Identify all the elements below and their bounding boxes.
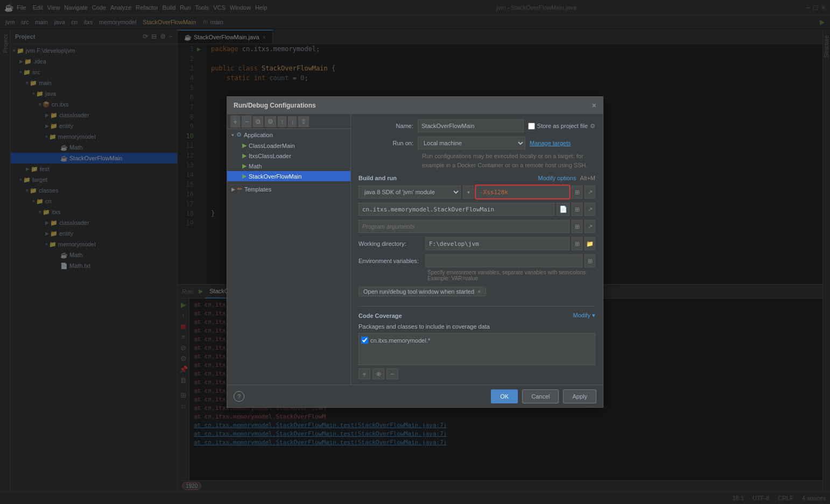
config-label: StackOverFlowMain [249, 173, 301, 180]
run-on-label: Run on: [358, 140, 418, 146]
config-item-itxsclassloader[interactable]: ▶ ItxsClassLoader [227, 151, 350, 161]
dialog-toolbar: + − ⧉ ⚙ ↑ ↓ ⇪ [227, 114, 350, 129]
config-copy-button[interactable]: ⧉ [253, 116, 263, 127]
config-down-button[interactable]: ↓ [288, 116, 297, 127]
env-var-input[interactable] [425, 254, 582, 267]
working-dir-expand-icon[interactable]: ⊞ [572, 237, 582, 250]
modify-options-link[interactable]: Modify options Alt+M [538, 175, 595, 181]
args-expand-icon[interactable]: ⊞ [572, 220, 582, 233]
vm-options-input[interactable] [476, 186, 569, 198]
dialog-title-bar: Run/Debug Configurations × [227, 97, 603, 114]
apply-button[interactable]: Apply [563, 389, 596, 403]
coverage-title-row: Code Coverage Modify ▾ [358, 312, 595, 319]
coverage-add-buttons: + ⊕ − [358, 368, 595, 379]
dialog-title: Run/Debug Configurations [234, 102, 316, 109]
config-label: ItxsClassLoader [249, 153, 291, 159]
vm-settings-icon[interactable]: ↗ [585, 186, 595, 198]
vm-expand-icon[interactable]: ⊞ [572, 186, 582, 198]
working-dir-input[interactable] [425, 237, 569, 250]
prog-args-input[interactable] [358, 220, 569, 233]
modify-shortcut: Alt+M [580, 175, 595, 181]
group-arrow-icon: ▶ [231, 187, 235, 192]
run-on-select[interactable]: Local machine [418, 137, 525, 150]
config-group-templates[interactable]: ▶ ✏ Templates [227, 183, 350, 195]
name-row: Name: Store as project file ⚙ [358, 119, 595, 132]
group-label: Templates [244, 186, 271, 193]
group-icon: ✏ [237, 186, 242, 193]
package-checkbox[interactable] [361, 337, 368, 344]
coverage-title: Code Coverage [358, 313, 402, 319]
dialog-body: + − ⧉ ⚙ ↑ ↓ ⇪ ▾ ⚙ Application ▶ ClassLoa… [227, 114, 603, 385]
config-add-button[interactable]: + [230, 116, 240, 127]
sdk-dropdown-icon[interactable]: ▾ [463, 186, 474, 198]
main-class-input[interactable] [358, 203, 554, 216]
class-args-row: 📄 ⊞ ↗ [358, 203, 595, 216]
store-project-label: Store as project file [537, 123, 588, 129]
coverage-add-button[interactable]: + [358, 368, 370, 379]
sdk-vm-row: java 8 SDK of 'jvm' module ▾ ⊞ ↗ [358, 186, 595, 198]
store-project-checkbox[interactable] [528, 123, 535, 130]
prog-args-row: ⊞ ↗ [358, 220, 595, 233]
package-label: cn.itxs.memorymodel.* [370, 337, 430, 344]
package-item: cn.itxs.memorymodel.* [361, 336, 593, 345]
config-group-application[interactable]: ▾ ⚙ Application [227, 129, 350, 140]
config-up-button[interactable]: ↑ [278, 116, 286, 127]
open-debug-badge: Open run/debug tool window when started … [358, 287, 486, 296]
build-run-header: Build and run Modify options Alt+M [358, 175, 595, 181]
coverage-packages-label: Packages and classes to include in cover… [358, 323, 595, 330]
packages-list: cn.itxs.memorymodel.* [358, 333, 595, 365]
modify-options-label: Modify options [538, 175, 576, 181]
group-arrow-icon: ▾ [231, 132, 234, 138]
config-item-classloadermain[interactable]: ▶ ClassLoaderMain [227, 140, 350, 151]
dialog-main-content: Name: Store as project file ⚙ Run on: Lo… [351, 114, 603, 385]
open-debug-close[interactable]: × [477, 288, 481, 295]
open-debug-label: Open run/debug tool window when started [363, 288, 474, 295]
args-settings-icon[interactable]: ↗ [585, 220, 595, 233]
manage-targets-link[interactable]: Manage targets [530, 140, 571, 146]
class-settings-icon[interactable]: ↗ [585, 203, 595, 216]
ok-button[interactable]: OK [491, 389, 518, 403]
name-input[interactable] [418, 119, 524, 132]
config-item-stackoverflow[interactable]: ▶ StackOverFlowMain [227, 171, 350, 181]
class-browse-icon[interactable]: 📄 [557, 203, 569, 216]
config-item-math[interactable]: ▶ Math [227, 161, 350, 171]
store-settings-icon[interactable]: ⚙ [590, 123, 595, 130]
env-var-hint: Specify environment variables, separate … [427, 269, 595, 281]
config-icon: ▶ [242, 162, 247, 169]
coverage-remove-button[interactable]: − [386, 368, 398, 379]
run-on-row: Run on: Local machine Manage targets [358, 137, 595, 150]
config-remove-button[interactable]: − [242, 116, 251, 127]
working-dir-label: Working directory: [358, 240, 423, 247]
dialog-footer: ? OK Cancel Apply [227, 385, 603, 407]
coverage-add-class-button[interactable]: ⊕ [372, 368, 384, 379]
config-icon: ▶ [242, 142, 247, 149]
config-label: ClassLoaderMain [249, 143, 295, 149]
config-label: Math [249, 163, 262, 169]
dialog-config-sidebar: + − ⧉ ⚙ ↑ ↓ ⇪ ▾ ⚙ Application ▶ ClassLoa… [227, 114, 351, 385]
config-settings-button[interactable]: ⚙ [265, 116, 276, 127]
config-icon: ▶ [242, 173, 247, 180]
class-expand-icon[interactable]: ⊞ [572, 203, 582, 216]
dialog-overlay: Run/Debug Configurations × + − ⧉ ⚙ ↑ ↓ ⇪… [0, 0, 830, 504]
name-label: Name: [358, 123, 418, 129]
build-run-title: Build and run [358, 175, 397, 181]
dialog-help-button[interactable]: ? [234, 391, 244, 402]
config-icon: ▶ [242, 152, 247, 159]
run-hint: Run configurations may be executed local… [422, 152, 595, 169]
env-var-label: Environment variables: [358, 258, 423, 264]
section-separator [358, 306, 595, 307]
env-var-row: Environment variables: ⊞ [358, 254, 595, 267]
coverage-section: Code Coverage Modify ▾ Packages and clas… [358, 312, 595, 379]
coverage-modify-link[interactable]: Modify ▾ [573, 312, 595, 319]
sdk-select[interactable]: java 8 SDK of 'jvm' module [358, 186, 461, 198]
cancel-button[interactable]: Cancel [522, 389, 559, 403]
store-project-row: Store as project file ⚙ [528, 123, 595, 130]
run-debug-dialog: Run/Debug Configurations × + − ⧉ ⚙ ↑ ↓ ⇪… [227, 96, 603, 408]
env-var-expand-icon[interactable]: ⊞ [585, 254, 595, 267]
dialog-close-button[interactable]: × [592, 101, 596, 110]
config-share-button[interactable]: ⇪ [298, 116, 309, 127]
group-icon: ⚙ [236, 131, 242, 138]
working-dir-row: Working directory: ⊞ 📁 [358, 237, 595, 250]
group-label: Application [244, 132, 273, 138]
working-dir-browse-icon[interactable]: 📁 [585, 237, 595, 250]
